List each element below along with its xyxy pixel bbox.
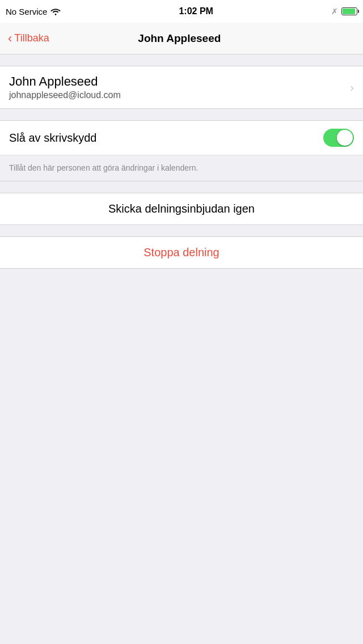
toggle-description-text: Tillåt den här personen att göra ändring… bbox=[9, 163, 198, 172]
write-protect-toggle[interactable] bbox=[323, 129, 354, 147]
bottom-gap bbox=[0, 269, 363, 382]
resend-invite-button[interactable]: Skicka delningsinbjudan igen bbox=[0, 193, 363, 224]
status-right: ✗ ⚡ bbox=[331, 7, 357, 16]
wifi-icon bbox=[50, 7, 61, 15]
toggle-description: Tillåt den här personen att göra ändring… bbox=[0, 155, 363, 181]
chevron-right-icon: › bbox=[350, 81, 354, 94]
nav-bar: ‹ Tillbaka John Appleseed bbox=[0, 23, 363, 54]
resend-section: Skicka delningsinbjudan igen bbox=[0, 193, 363, 225]
toggle-label: Slå av skrivskydd bbox=[9, 132, 97, 145]
battery-fill bbox=[343, 9, 355, 14]
user-email: johnappleseed@icloud.com bbox=[9, 90, 121, 100]
battery-body bbox=[341, 7, 357, 15]
stop-sharing-section: Stoppa delning bbox=[0, 236, 363, 269]
stop-sharing-button[interactable]: Stoppa delning bbox=[0, 237, 363, 268]
toggle-section: Slå av skrivskydd Tillåt den här persone… bbox=[0, 120, 363, 181]
status-left: No Service bbox=[6, 7, 61, 16]
section-gap-3 bbox=[0, 181, 363, 193]
toggle-knob bbox=[337, 130, 353, 146]
section-gap-2 bbox=[0, 109, 363, 120]
section-gap-1 bbox=[0, 54, 363, 66]
section-gap-4 bbox=[0, 225, 363, 236]
user-card[interactable]: John Appleseed johnappleseed@icloud.com … bbox=[0, 66, 363, 109]
battery-indicator: ⚡ bbox=[341, 7, 357, 15]
carrier-label: No Service bbox=[6, 7, 47, 16]
toggle-row[interactable]: Slå av skrivskydd bbox=[0, 121, 363, 155]
nav-title: John Appleseed bbox=[49, 32, 310, 45]
status-time: 1:02 PM bbox=[179, 6, 213, 16]
user-name: John Appleseed bbox=[9, 74, 121, 89]
back-button[interactable]: ‹ Tillbaka bbox=[8, 32, 49, 45]
bluetooth-icon: ✗ bbox=[331, 7, 338, 16]
back-label: Tillbaka bbox=[14, 32, 49, 44]
status-bar: No Service 1:02 PM ✗ ⚡ bbox=[0, 0, 363, 23]
user-info: John Appleseed johnappleseed@icloud.com bbox=[9, 74, 121, 100]
back-chevron-icon: ‹ bbox=[8, 32, 12, 45]
